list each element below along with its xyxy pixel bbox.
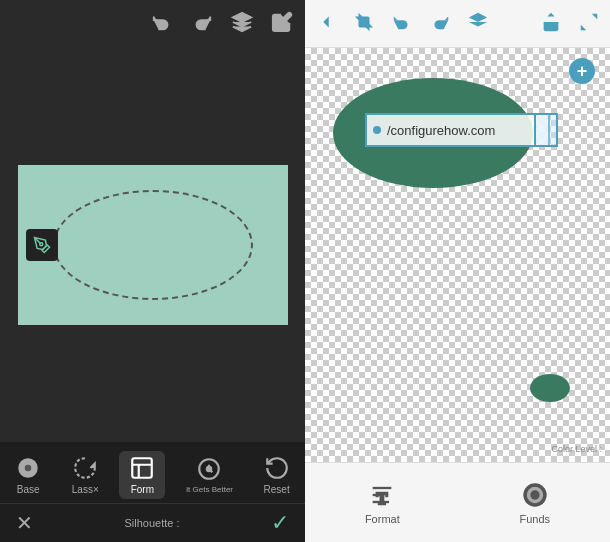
tab-form[interactable]: Form [119,451,165,499]
bottom-action-row: ✕ Silhouette : ✓ [0,503,305,542]
left-bottom-tabs: Base Lass× Form [0,442,305,542]
funds-label: Funds [520,513,551,525]
format-button[interactable]: T Format [365,481,400,525]
right-panel: /configurehow.com + Color Level : T Form… [305,0,610,542]
silhouette-label: Silhouette : [124,517,179,529]
edit-icon[interactable] [271,11,293,37]
tab-getting-better[interactable]: It Gets Better [176,452,243,498]
back-icon[interactable] [315,11,337,37]
svg-point-1 [39,243,42,246]
right-toolbar [305,0,610,48]
brush-icon-overlay [26,229,58,261]
format-label: Format [365,513,400,525]
tab-reset[interactable]: Reset [254,451,300,499]
layers-icon[interactable] [231,11,253,37]
confirm-button[interactable]: ✓ [271,510,289,536]
svg-point-3 [24,463,33,472]
left-panel: Base Lass× Form [0,0,305,542]
tab-base-label: Base [17,484,40,495]
expand-icon[interactable] [578,11,600,37]
left-canvas [18,165,288,325]
svg-marker-7 [469,12,487,21]
layers-right-icon[interactable] [467,11,489,37]
undo-right-icon[interactable] [391,11,413,37]
text-cursor [373,126,381,134]
cancel-button[interactable]: ✕ [16,511,33,535]
bottom-tabs-row: Base Lass× Form [0,442,305,503]
selection-ellipse [53,190,253,300]
share-icon[interactable] [540,11,562,37]
redo-icon[interactable] [191,11,213,37]
tab-lasso-label: Lass× [72,484,99,495]
resize-handle[interactable] [534,113,558,147]
undo-icon[interactable] [151,11,173,37]
small-ellipse [530,374,570,402]
plus-button[interactable]: + [569,58,595,84]
funds-button[interactable]: Funds [520,481,551,525]
text-input-value: /configurehow.com [387,123,495,138]
tab-reset-label: Reset [264,484,290,495]
left-canvas-area [0,48,305,442]
right-canvas-content: /configurehow.com + Color Level : [305,48,610,462]
text-input-overlay[interactable]: /configurehow.com [365,113,550,147]
tab-form-label: Form [131,484,154,495]
tab-base[interactable]: Base [5,451,51,499]
left-toolbar [0,0,305,48]
crop-icon[interactable] [353,11,375,37]
right-bottom-bar: T Format Funds [305,462,610,542]
redo-right-icon[interactable] [429,11,451,37]
color-level-label: Color Level : [551,444,602,454]
svg-marker-0 [233,13,251,22]
svg-rect-4 [133,458,153,478]
tab-lasso[interactable]: Lass× [62,451,109,499]
svg-text:T: T [377,489,388,508]
tab-getting-better-label: It Gets Better [186,485,233,494]
svg-point-17 [530,490,539,499]
right-canvas-area: /configurehow.com + Color Level : [305,48,610,462]
svg-point-6 [207,466,211,470]
